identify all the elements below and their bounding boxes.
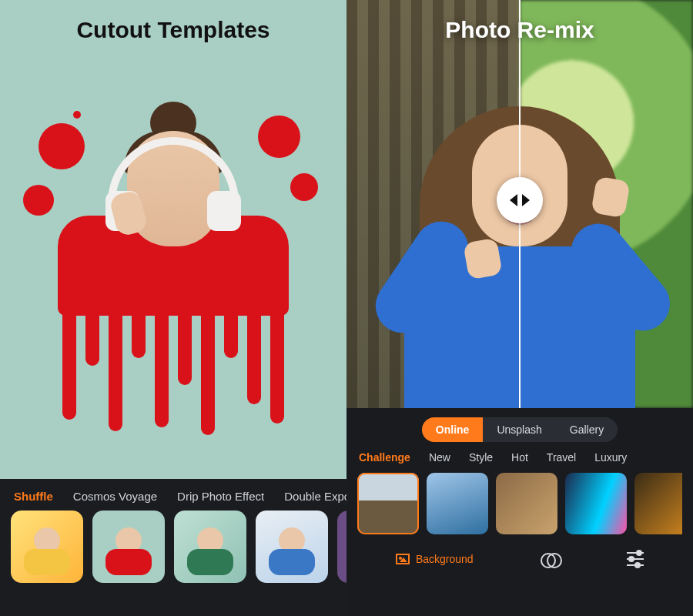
template-thumb[interactable] (92, 511, 165, 583)
cat-challenge[interactable]: Challenge (359, 451, 410, 464)
template-thumb[interactable] (256, 511, 328, 583)
compare-slider-handle[interactable] (497, 177, 543, 223)
chevron-left-icon (510, 194, 517, 206)
tab-cosmos-voyage[interactable]: Cosmos Voyage (73, 490, 157, 503)
background-thumb[interactable] (565, 473, 627, 534)
chevron-right-icon (522, 194, 530, 206)
source-unsplash[interactable]: Unsplash (483, 417, 555, 442)
cat-travel[interactable]: Travel (547, 451, 576, 464)
source-gallery[interactable]: Gallery (556, 417, 618, 442)
before-after-compare: Photo Re-mix (346, 0, 693, 408)
source-segmented-control: Online Unsplash Gallery (422, 417, 618, 442)
cat-luxury[interactable]: Luxury (594, 451, 627, 464)
source-online[interactable]: Online (422, 417, 484, 442)
tool-background-label: Background (416, 553, 474, 565)
remix-controls: Online Unsplash Gallery Challenge New St… (346, 408, 693, 616)
cutout-title: Cutout Templates (0, 17, 346, 43)
cutout-preview-image (42, 100, 304, 424)
background-thumb[interactable] (357, 473, 419, 534)
background-thumb[interactable] (496, 473, 557, 534)
cat-style[interactable]: Style (469, 451, 493, 464)
template-thumb[interactable] (337, 511, 346, 583)
tab-drip-photo-effect[interactable]: Drip Photo Effect (177, 490, 264, 503)
photo-remix-panel: Photo Re-mix Online Unsplash Gallery Cha… (346, 0, 693, 616)
image-icon (396, 554, 410, 564)
cutout-template-strip: Shuffle Cosmos Voyage Drip Photo Effect … (0, 479, 346, 616)
background-thumbnail-row[interactable] (357, 473, 682, 534)
cutout-templates-panel: Cutout Templates Shuffle Cosmos Voyage D… (0, 0, 346, 616)
tool-background[interactable]: Background (396, 553, 474, 565)
background-thumb[interactable] (427, 473, 488, 534)
blend-icon[interactable] (541, 550, 559, 568)
background-category-tabs: Challenge New Style Hot Travel Luxury (357, 451, 682, 464)
background-thumb[interactable] (634, 473, 682, 534)
adjust-sliders-icon[interactable] (627, 552, 644, 566)
cutout-thumbnail-row[interactable] (11, 511, 346, 583)
cat-new[interactable]: New (429, 451, 450, 464)
tab-shuffle[interactable]: Shuffle (14, 490, 53, 503)
template-thumb[interactable] (174, 511, 246, 583)
template-thumb[interactable] (11, 511, 83, 583)
cutout-category-tabs: Shuffle Cosmos Voyage Drip Photo Effect … (11, 490, 346, 503)
tab-double-exposure[interactable]: Double Expos (284, 490, 346, 503)
remix-title: Photo Re-mix (346, 17, 693, 43)
remix-toolbar: Background (357, 544, 682, 578)
cat-hot[interactable]: Hot (511, 451, 528, 464)
